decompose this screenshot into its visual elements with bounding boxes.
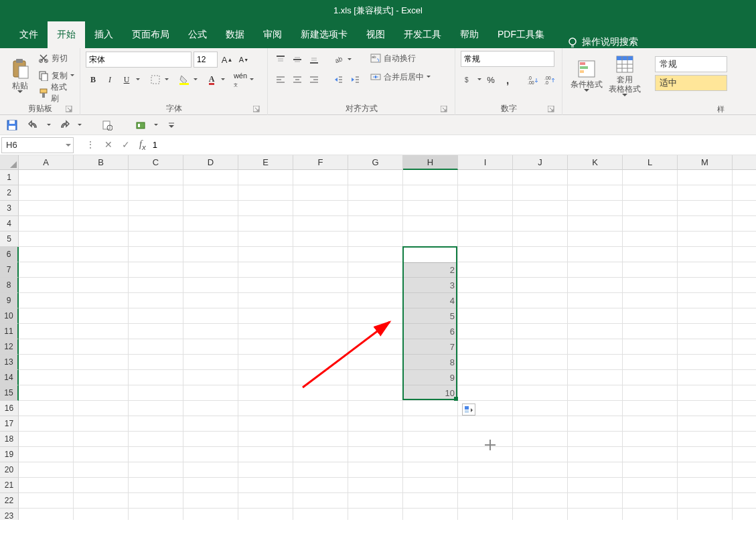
cell-J10[interactable] <box>513 308 568 324</box>
cell-A7[interactable] <box>19 262 74 278</box>
column-header-K[interactable]: K <box>568 155 623 170</box>
cell-F11[interactable] <box>293 324 348 339</box>
cell-G2[interactable] <box>348 185 403 201</box>
cell-N6[interactable] <box>733 247 756 262</box>
cell-B15[interactable] <box>74 385 129 401</box>
qat-customize-icon[interactable] <box>163 117 179 133</box>
cell-C4[interactable] <box>129 216 183 232</box>
name-box[interactable]: H6 <box>1 137 74 153</box>
cell-G5[interactable] <box>348 232 403 247</box>
cell-K23[interactable] <box>568 509 623 520</box>
cell-B9[interactable] <box>74 293 129 308</box>
tab-开始[interactable]: 开始 <box>48 21 85 48</box>
cell-A11[interactable] <box>19 324 74 339</box>
cell-M18[interactable] <box>678 432 733 447</box>
cell-F20[interactable] <box>293 462 348 478</box>
cell-A17[interactable] <box>19 416 74 432</box>
cell-N4[interactable] <box>733 216 756 232</box>
cell-E9[interactable] <box>238 293 293 308</box>
cell-E12[interactable] <box>238 339 293 355</box>
cell-I11[interactable] <box>458 324 513 339</box>
cell-L16[interactable] <box>623 401 678 416</box>
cell-H16[interactable] <box>403 401 458 416</box>
cell-N19[interactable] <box>733 447 756 462</box>
italic-button[interactable]: I <box>102 72 117 87</box>
cell-L19[interactable] <box>623 447 678 462</box>
cell-E23[interactable] <box>238 509 293 520</box>
cell-A4[interactable] <box>19 216 74 232</box>
cell-J1[interactable] <box>513 170 568 185</box>
cell-M5[interactable] <box>678 232 733 247</box>
cell-N16[interactable] <box>733 401 756 416</box>
cell-F15[interactable] <box>293 385 348 401</box>
cell-J4[interactable] <box>513 216 568 232</box>
cell-J16[interactable] <box>513 401 568 416</box>
print-preview-icon[interactable] <box>99 117 115 133</box>
cell-B23[interactable] <box>74 509 129 520</box>
column-header-N[interactable]: N <box>733 155 756 170</box>
cell-K7[interactable] <box>568 262 623 278</box>
cell-D1[interactable] <box>183 170 238 185</box>
cell-I6[interactable] <box>458 247 513 262</box>
format-painter-button[interactable]: 格式刷 <box>38 86 74 100</box>
select-all-button[interactable] <box>0 155 19 170</box>
cell-E6[interactable] <box>238 247 293 262</box>
cell-I3[interactable] <box>458 201 513 216</box>
row-header-5[interactable]: 5 <box>0 232 19 247</box>
row-header-4[interactable]: 4 <box>0 216 19 232</box>
cell-B8[interactable] <box>74 278 129 293</box>
cell-D2[interactable] <box>183 185 238 201</box>
cell-K11[interactable] <box>568 324 623 339</box>
cell-F13[interactable] <box>293 355 348 370</box>
number-format-combo[interactable] <box>461 51 554 67</box>
column-header-M[interactable]: M <box>678 155 733 170</box>
row-header-2[interactable]: 2 <box>0 185 19 201</box>
cell-L10[interactable] <box>623 308 678 324</box>
cell-E18[interactable] <box>238 432 293 447</box>
cell-C13[interactable] <box>129 355 183 370</box>
phonetic-button[interactable]: wén文 <box>233 72 248 87</box>
cell-N21[interactable] <box>733 478 756 493</box>
cell-D21[interactable] <box>183 478 238 493</box>
cell-N2[interactable] <box>733 185 756 201</box>
cell-H21[interactable] <box>403 478 458 493</box>
tab-数据[interactable]: 数据 <box>216 21 254 48</box>
row-header-7[interactable]: 7 <box>0 262 19 278</box>
percent-format-icon[interactable]: % <box>483 72 498 87</box>
cell-N1[interactable] <box>733 170 756 185</box>
cell-B3[interactable] <box>74 201 129 216</box>
cell-B14[interactable] <box>74 370 129 385</box>
font-name-combo[interactable] <box>86 52 192 68</box>
cell-N8[interactable] <box>733 278 756 293</box>
cell-G1[interactable] <box>348 170 403 185</box>
cell-G18[interactable] <box>348 432 403 447</box>
cell-F6[interactable] <box>293 247 348 262</box>
tab-开发工具[interactable]: 开发工具 <box>394 21 451 48</box>
cell-C12[interactable] <box>129 339 183 355</box>
row-header-17[interactable]: 17 <box>0 416 19 432</box>
cell-F14[interactable] <box>293 370 348 385</box>
border-button[interactable] <box>148 72 163 87</box>
cell-C21[interactable] <box>129 478 183 493</box>
cell-C17[interactable] <box>129 416 183 432</box>
cell-K2[interactable] <box>568 185 623 201</box>
cell-H13[interactable]: 8 <box>403 355 458 370</box>
cell-D10[interactable] <box>183 308 238 324</box>
cell-N7[interactable] <box>733 262 756 278</box>
cell-K18[interactable] <box>568 432 623 447</box>
cell-A9[interactable] <box>19 293 74 308</box>
cell-B22[interactable] <box>74 493 129 509</box>
cell-B7[interactable] <box>74 262 129 278</box>
cell-J22[interactable] <box>513 493 568 509</box>
cell-I2[interactable] <box>458 185 513 201</box>
row-header-3[interactable]: 3 <box>0 201 19 216</box>
cell-B20[interactable] <box>74 462 129 478</box>
wrap-text-button[interactable]: ab 自动换行 <box>370 51 431 66</box>
cell-I1[interactable] <box>458 170 513 185</box>
column-header-H[interactable]: H <box>403 155 458 170</box>
cell-J15[interactable] <box>513 385 568 401</box>
accounting-format-icon[interactable]: $ <box>461 72 475 87</box>
cell-M10[interactable] <box>678 308 733 324</box>
merge-center-button[interactable]: 合并后居中 <box>370 70 431 84</box>
align-bottom-icon[interactable] <box>307 52 321 67</box>
